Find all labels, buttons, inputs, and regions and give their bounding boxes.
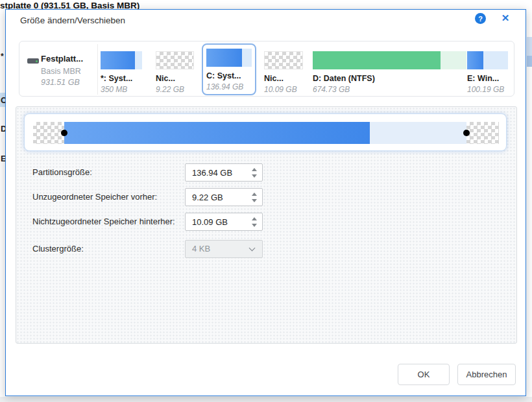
- slider-partition-free-segment[interactable]: [370, 122, 466, 144]
- disk-name: Festplatt...: [41, 54, 83, 64]
- partition-bar-c: [206, 49, 252, 67]
- background-window-edge: [0, 397, 532, 402]
- unallocated-before-input[interactable]: [186, 189, 245, 206]
- cluster-size-value: 4 KB: [192, 244, 210, 254]
- spin-up-icon[interactable]: [252, 217, 257, 220]
- slider-unallocated-before-segment[interactable]: [33, 122, 64, 144]
- disk-size: 931.51 GB: [41, 78, 80, 87]
- disk-layout: Basis MBR: [41, 67, 81, 76]
- partition-size-field: [185, 163, 263, 182]
- background-partition-bar-fragment: [527, 37, 532, 67]
- partition-size: 674.73 GB: [313, 85, 350, 94]
- partition-size: 350 MB: [101, 85, 127, 94]
- partition-bar-d[interactable]: [313, 51, 466, 69]
- spin-down-icon[interactable]: [252, 224, 257, 227]
- resize-panel: Partitionsgröße: Unzugeordneter Speicher…: [16, 106, 517, 344]
- hard-disk-icon: [27, 58, 39, 64]
- partition-bar-unallocated-before[interactable]: [156, 51, 194, 69]
- disk-overview-strip: Festplatt... Basis MBR 931.51 GB *: Syst…: [19, 41, 514, 97]
- slider-partition-used-segment[interactable]: [64, 122, 370, 144]
- partition-label: Nic...: [156, 74, 175, 83]
- help-icon[interactable]: ?: [475, 13, 486, 24]
- unallocated-after-label: Nichtzugeordneter Speicher hinterher:: [32, 213, 175, 231]
- unallocated-after-input[interactable]: [186, 213, 245, 230]
- partition-size-label: Partitionsgröße:: [32, 163, 92, 182]
- partition-bar-e[interactable]: [467, 51, 508, 69]
- partition-label: E: Win...: [467, 74, 499, 83]
- slider-left-handle[interactable]: [61, 130, 67, 136]
- dialog-title: Größe ändern/Verschieben: [20, 16, 125, 25]
- unallocated-before-field: [185, 188, 263, 206]
- partition-size: 10.09 GB: [264, 85, 297, 94]
- spinner-arrows[interactable]: [251, 217, 257, 228]
- spin-down-icon[interactable]: [252, 174, 257, 178]
- partition-label: Nic...: [264, 74, 284, 83]
- partition-size: 136.94 GB: [206, 82, 243, 91]
- background-partition-star: *: [1, 52, 4, 61]
- slider-unallocated-after-segment[interactable]: [466, 122, 499, 144]
- cluster-size-label: Clustergröße:: [32, 240, 84, 258]
- partition-bar-unallocated-after[interactable]: [264, 51, 303, 69]
- divider: [97, 44, 98, 95]
- unallocated-after-field: [185, 213, 263, 231]
- slider-track: [33, 122, 499, 144]
- cancel-button[interactable]: Abbrechen: [457, 364, 516, 385]
- spin-down-icon[interactable]: [252, 199, 257, 202]
- unallocated-before-label: Unzugeordneter Speicher vorher:: [32, 188, 157, 206]
- spinner-arrows[interactable]: [251, 167, 257, 178]
- partition-bar-system-reserved[interactable]: [101, 51, 142, 69]
- spin-up-icon[interactable]: [252, 168, 257, 171]
- spin-up-icon[interactable]: [252, 193, 257, 196]
- resize-slider: [24, 113, 507, 151]
- close-icon[interactable]: ✕: [499, 12, 512, 25]
- slider-right-handle[interactable]: [463, 130, 470, 136]
- partition-label: *: Syst...: [101, 74, 132, 83]
- resize-move-dialog: Größe ändern/Verschieben ? ✕ Festplatt..…: [5, 9, 526, 396]
- partition-size: 100.19 GB: [467, 85, 504, 94]
- cluster-size-dropdown[interactable]: 4 KB: [185, 240, 263, 258]
- partition-label: C: Syst...: [206, 71, 241, 80]
- spinner-arrows[interactable]: [251, 192, 257, 203]
- partition-card-c-selected[interactable]: C: Syst... 136.94 GB: [202, 43, 256, 95]
- ok-button[interactable]: OK: [398, 364, 450, 385]
- partition-size: 9.22 GB: [156, 85, 184, 94]
- chevron-down-icon: [249, 245, 256, 252]
- partition-label: D: Daten (NTFS): [313, 74, 375, 83]
- partition-size-input[interactable]: [186, 164, 245, 181]
